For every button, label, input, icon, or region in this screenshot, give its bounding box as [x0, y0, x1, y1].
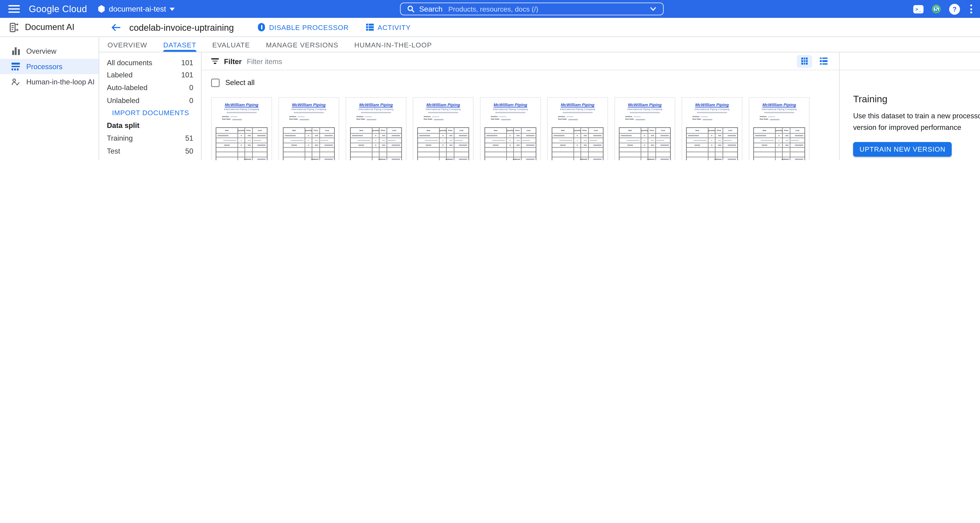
thumb-due-date-label: Due Date: [222, 119, 231, 120]
document-thumbnail[interactable]: McWilliam PipingInternational Piping Com… [749, 97, 810, 160]
thumb-col-header: Price [447, 128, 454, 133]
split-training[interactable]: Training51 [99, 132, 201, 144]
thumb-company-subtitle: International Piping Company [552, 108, 603, 111]
split-unassigned[interactable]: Unassigned0 [99, 157, 201, 160]
thumb-company-subtitle: International Piping Company [417, 108, 469, 111]
sidebar-item-processors[interactable]: Processors [0, 59, 99, 74]
document-card[interactable]: McWilliam PipingInternational Piping Com… [413, 97, 474, 160]
hamburger-menu-icon[interactable] [8, 5, 20, 13]
thumb-address-line [630, 112, 660, 113]
cloud-shell-icon[interactable]: >_ [913, 5, 924, 13]
uptrain-new-version-button[interactable]: UPTRAIN NEW VERSION [853, 142, 952, 157]
document-card[interactable]: McWilliam PipingInternational Piping Com… [614, 97, 675, 160]
filter-items-input[interactable]: Filter items [247, 57, 792, 65]
thumb-company-subtitle: International Piping Company [485, 108, 536, 111]
thumb-company-name: McWilliam Piping [552, 102, 603, 107]
thumb-company-name: McWilliam Piping [619, 102, 671, 107]
thumb-company-name: McWilliam Piping [283, 102, 334, 107]
sidebar-item-overview[interactable]: Overview [0, 43, 99, 59]
product-title: Document AI [25, 22, 74, 32]
back-button[interactable] [111, 23, 121, 31]
thumb-address-line [428, 112, 458, 113]
thumb-col-header: Item [620, 128, 641, 133]
document-thumbnail[interactable]: McWilliam PipingInternational Piping Com… [614, 97, 675, 160]
thumb-company-name: McWilliam Piping [350, 102, 402, 107]
thumb-company-subtitle: International Piping Company [216, 108, 267, 111]
document-card[interactable]: McWilliam PipingInternational Piping Com… [211, 97, 272, 160]
thumb-col-header: Cost [522, 128, 536, 133]
filter-label: Filter [224, 57, 242, 65]
help-icon[interactable]: ? [949, 3, 960, 14]
thumb-address-line [697, 112, 727, 113]
document-thumbnail[interactable]: McWilliam PipingInternational Piping Com… [413, 97, 474, 160]
select-all-checkbox[interactable] [211, 78, 220, 87]
thumb-company-name: McWilliam Piping [417, 102, 469, 107]
document-card[interactable]: McWilliam PipingInternational Piping Com… [480, 97, 541, 160]
thumb-total-label: Subtotal [447, 157, 454, 160]
thumb-col-header: Price [716, 128, 723, 133]
document-thumbnail[interactable]: McWilliam PipingInternational Piping Com… [480, 97, 541, 160]
document-card[interactable]: McWilliam PipingInternational Piping Com… [345, 97, 406, 160]
thumb-invoice-label: Invoice: [356, 116, 364, 118]
grid-view-button[interactable] [797, 55, 812, 67]
disable-processor-button[interactable]: DISABLE PROCESSOR [258, 23, 349, 31]
thumb-total-label: Subtotal [245, 157, 253, 160]
thumb-col-header: Item [552, 128, 574, 133]
doc-filter-all-documents[interactable]: All documents101 [99, 56, 201, 69]
google-cloud-logo[interactable]: Google Cloud [29, 4, 87, 14]
disable-icon [258, 23, 265, 31]
search-input[interactable]: Search Products, resources, docs (/) [400, 3, 663, 15]
thumb-invoice-label: Invoice: [692, 116, 700, 118]
sidebar-item-hitl[interactable]: Human-in-the-loop AI [0, 74, 99, 90]
human-in-the-loop-icon [11, 78, 20, 86]
import-documents-button[interactable]: IMPORT DOCUMENTS [99, 106, 201, 119]
project-selector[interactable]: document-ai-test [98, 5, 175, 14]
sidebar: Overview Processors Human-in-the-loop AI [0, 37, 99, 160]
tab-evaluate[interactable]: EVALUATE [212, 37, 250, 52]
document-thumbnail[interactable]: McWilliam PipingInternational Piping Com… [211, 97, 272, 160]
training-description: Use this dataset to train a new processo… [853, 111, 980, 133]
thumb-address-line [563, 112, 592, 113]
thumb-col-header: Quantity [238, 128, 245, 133]
more-options-icon[interactable] [968, 5, 974, 14]
chevron-down-icon [170, 8, 175, 11]
doc-filter-auto-labeled[interactable]: Auto-labeled0 [99, 81, 201, 94]
thumb-address-line [764, 112, 794, 113]
thumb-due-date-label: Due Date: [692, 119, 702, 120]
doc-filter-labeled[interactable]: Labeled101 [99, 69, 201, 81]
thumb-col-header: Cost [790, 128, 804, 133]
document-card[interactable]: McWilliam PipingInternational Piping Com… [749, 97, 810, 160]
document-thumbnail[interactable]: McWilliam PipingInternational Piping Com… [345, 97, 406, 160]
search-expand-chevron-icon[interactable] [649, 6, 657, 11]
tab-manage-versions[interactable]: MANAGE VERSIONS [266, 37, 338, 52]
document-card[interactable]: McWilliam PipingInternational Piping Com… [547, 97, 608, 160]
select-all-row: Select all [211, 78, 839, 87]
notifications-badge[interactable]: 5 [932, 5, 941, 14]
document-card[interactable]: McWilliam PipingInternational Piping Com… [278, 97, 339, 160]
list-view-button[interactable] [816, 55, 831, 67]
activity-button[interactable]: ACTIVITY [366, 23, 410, 31]
document-thumbnail[interactable]: McWilliam PipingInternational Piping Com… [278, 97, 339, 160]
dataset-side-panel: All documents101 Labeled101 Auto-labeled… [99, 52, 202, 160]
thumb-company-subtitle: International Piping Company [686, 108, 738, 111]
split-test[interactable]: Test50 [99, 144, 201, 157]
items-filter-bar: Filter Filter items [202, 52, 839, 70]
search-placeholder: Products, resources, docs (/) [448, 5, 649, 13]
tab-dataset[interactable]: DATASET [163, 37, 196, 52]
thumb-line-item-table: ItemQuantityPriceCostSubtotalTaxTotal [216, 127, 267, 160]
activity-icon [366, 24, 374, 30]
thumb-line-item-table: ItemQuantityPriceCostSubtotalTaxTotal [417, 127, 469, 160]
thumb-col-header: Item [351, 128, 372, 133]
thumb-col-header: Price [312, 128, 320, 133]
doc-filter-unlabeled[interactable]: Unlabeled0 [99, 94, 201, 106]
document-card[interactable]: McWilliam PipingInternational Piping Com… [682, 97, 743, 160]
thumb-col-header: Price [581, 128, 589, 133]
thumb-col-header: Quantity [440, 128, 447, 133]
thumb-col-header: Quantity [708, 128, 716, 133]
document-thumbnail[interactable]: McWilliam PipingInternational Piping Com… [682, 97, 743, 160]
training-heading: Training [853, 94, 980, 105]
thumb-line-item-table: ItemQuantityPriceCostSubtotalTaxTotal [552, 127, 603, 160]
document-thumbnail[interactable]: McWilliam PipingInternational Piping Com… [547, 97, 608, 160]
tab-overview[interactable]: OVERVIEW [108, 37, 147, 52]
tab-human-in-the-loop[interactable]: HUMAN-IN-THE-LOOP [354, 37, 432, 52]
